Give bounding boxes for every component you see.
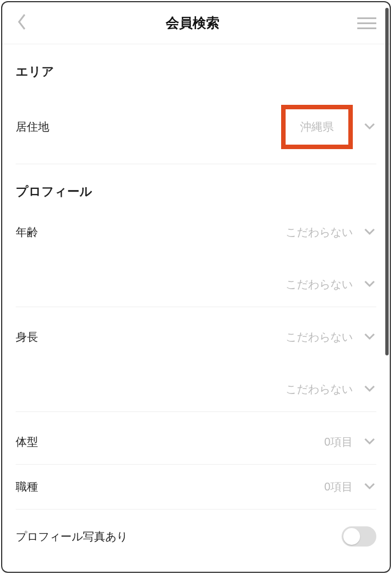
label-height: 身長 bbox=[16, 330, 38, 345]
chevron-down-icon bbox=[363, 437, 376, 448]
label-residence: 居住地 bbox=[16, 119, 49, 135]
row-photo-filter: プロフィール写真あり bbox=[16, 510, 376, 547]
section-title-profile: プロフィール bbox=[16, 164, 376, 210]
value-height-from: こだわらない bbox=[286, 330, 353, 345]
row-occupation[interactable]: 職種 0項目 bbox=[16, 465, 376, 510]
chevron-down-icon bbox=[363, 332, 376, 343]
label-body: 体型 bbox=[16, 434, 38, 450]
value-height-to: こだわらない bbox=[286, 382, 353, 397]
row-body-type[interactable]: 体型 0項目 bbox=[16, 412, 376, 465]
label-occupation: 職種 bbox=[16, 479, 38, 494]
value-body: 0項目 bbox=[324, 434, 353, 450]
chevron-down-icon bbox=[363, 122, 376, 133]
chevron-down-icon bbox=[363, 384, 376, 395]
label-photo: プロフィール写真あり bbox=[16, 529, 128, 544]
section-title-area: エリア bbox=[16, 44, 376, 90]
value-residence: 沖縄県 bbox=[300, 121, 334, 133]
hamburger-menu-icon[interactable] bbox=[357, 17, 376, 29]
value-age-from: こだわらない bbox=[286, 225, 353, 240]
row-age-from[interactable]: 年齢 こだわらない bbox=[16, 210, 376, 254]
row-height-from[interactable]: 身長 こだわらない bbox=[16, 307, 376, 359]
back-icon[interactable] bbox=[16, 12, 28, 34]
highlight-residence-value: 沖縄県 bbox=[281, 105, 353, 149]
row-age-to[interactable]: こだわらない bbox=[16, 254, 376, 307]
chevron-down-icon bbox=[363, 279, 376, 290]
chevron-down-icon bbox=[363, 227, 376, 238]
value-occupation: 0項目 bbox=[324, 479, 353, 494]
row-residence[interactable]: 居住地 沖縄県 bbox=[16, 90, 376, 164]
scrollbar-indicator[interactable] bbox=[385, 8, 389, 355]
toggle-photo-filter[interactable] bbox=[342, 526, 376, 547]
page-title: 会員検索 bbox=[166, 14, 220, 32]
header: 会員検索 bbox=[2, 2, 390, 44]
label-age: 年齢 bbox=[16, 225, 38, 240]
toggle-knob bbox=[343, 528, 360, 545]
chevron-down-icon bbox=[363, 482, 376, 493]
row-height-to[interactable]: こだわらない bbox=[16, 359, 376, 412]
value-age-to: こだわらない bbox=[286, 277, 353, 292]
